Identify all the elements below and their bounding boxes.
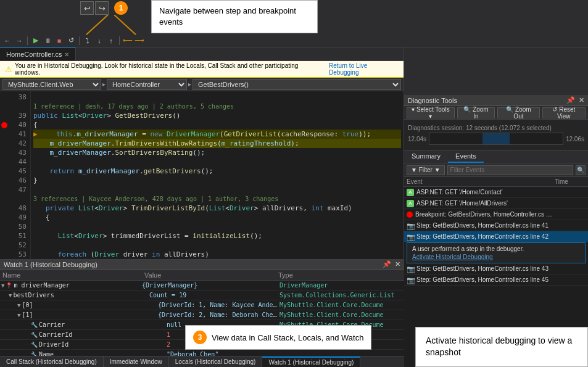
expand-icon-2[interactable]: ▼ [17,302,20,308]
aspnet-icon-2: A [407,200,414,207]
tab-events[interactable]: Events [448,151,484,163]
play-btn[interactable]: ▶ [31,36,41,46]
watch-row-1[interactable]: ▼ [1] {DriverId: 2, Name: Deborah Chen} … [0,310,404,320]
step-over-btn[interactable]: ⤵ [83,36,93,46]
watch-val-3: {DriverId: 2, Name: Deborah Chen} [158,311,280,318]
prop-icon-carrier: 🔧 [31,322,38,328]
watch-name-1: bestDrivers [13,292,54,299]
activate-link-container: Activate Historical Debugging [412,254,580,260]
event-row-aspnet2[interactable]: A ASP.NET: GET '/Home/AllDrivers' [404,198,588,209]
watch-pin-icon[interactable]: 📌 [383,260,391,268]
bp-empty-3 [0,111,9,120]
watch-name-2: [0] [22,302,33,308]
nav-arrows-area: ↩ ↪ [80,1,109,15]
event-row-step1[interactable]: 📷 Step: GetBestDrivers, HomeController.c… [404,220,588,231]
bp-icon [407,212,413,218]
return-live-debug-link[interactable]: Return to Live Debugging [329,62,399,76]
watch-row-0[interactable]: ▼ [0] {DriverId: 1, Name: Kaycee Anderso… [0,300,404,310]
ide-toolbar: ← → ▶ ⏸ ■ ↺ ⤵ ↓ ↑ ⟵ ⟶ [0,34,588,47]
watch-close-icon[interactable]: ✕ [395,260,400,268]
activate-debug-link[interactable]: Activate Historical Debugging [412,254,493,260]
sep3 [119,36,120,45]
expand-icon-1[interactable]: ▼ [9,292,12,299]
event-text-3: Breakpoint: GetBestDrivers, HomeControll… [415,211,552,218]
close-icon[interactable]: ✕ [579,96,584,104]
event-row-step2-selected[interactable]: 📷 Step: GetBestDrivers, HomeController.c… [404,231,588,242]
event-row-aspnet1[interactable]: A ASP.NET: GET '/Home/Contact' [404,187,588,198]
event-text-1: ASP.NET: GET '/Home/Contact' [416,189,552,196]
code-line-52 [33,241,401,250]
hist-back-btn[interactable]: ⟵ [123,36,133,46]
location-sep2: ▸ [188,81,191,88]
diag-panel: Diagnostic Tools 📌 ✕ ▾ Select Tools ▾ 🔍 … [404,95,588,367]
pause-btn[interactable]: ⏸ [43,36,52,46]
event-text-5: Step: GetBestDrivers, HomeController.cs … [416,233,552,240]
timeline-bar[interactable] [429,133,563,145]
code-line-44 [33,157,401,167]
code-line-49: { [33,213,401,222]
pin-icon[interactable]: 📌 [566,96,575,104]
hist-fwd-btn[interactable]: ⟶ [135,36,144,46]
filter-btn[interactable]: ▼ Filter ▼ [407,165,445,175]
expand-icon-0[interactable]: ▼ [1,282,4,289]
code-line-51: List<Driver> trimmedDriverList = initial… [33,231,401,241]
watch-name-name: Name [39,351,54,356]
session-label: Diagnostics session: 12 seconds (12.072 … [408,125,584,131]
tab-callstack[interactable]: Call Stack (Historical Debugging) [0,357,104,367]
tooltip-activate-text: Activate historical debugging to view a … [426,336,572,358]
zoom-in-btn[interactable]: 🔍 Zoom In [457,107,495,118]
zoom-out-btn[interactable]: 🔍 Zoom Out [497,107,540,118]
filter-input[interactable] [447,165,573,175]
code-line-46: } [33,176,401,185]
search-icon[interactable]: 🔍 [576,165,586,175]
camera-icon-1: 📷 [407,222,414,229]
watch-header: Name Value Type [0,270,404,281]
step-forward-button[interactable]: ↪ [95,1,109,15]
tab-locals[interactable]: Locals (Historical Debugging) [169,357,263,367]
editor-tab-homecontroller[interactable]: HomeController.cs ✕ [0,47,76,60]
svg-line-0 [86,15,108,35]
sep2 [79,36,80,45]
event-row-bp[interactable]: Breakpoint: GetBestDrivers, HomeControll… [404,209,588,220]
event-col-header: Event [407,178,555,185]
step-back-button[interactable]: ↩ [80,1,94,15]
tab-immediate[interactable]: Immediate Window [104,357,169,367]
project-dropdown[interactable]: MyShuttle.Client.Web [2,79,101,90]
time-col-header: Time [555,178,586,185]
code-line-40: { [33,120,401,130]
event-text-2: ASP.NET: GET '/Home/AllDrivers' [416,200,552,207]
method-dropdown[interactable]: GetBestDrivers() [193,79,401,90]
watch-title: Watch 1 (Historical Debugging) [4,261,97,268]
bp-empty-1 [0,93,9,102]
prop-icon-carrierid: 🔧 [31,332,38,338]
back-btn[interactable]: ← [2,36,12,46]
tab-close-icon[interactable]: ✕ [64,51,69,58]
stop-btn[interactable]: ■ [54,36,64,46]
tab-watch1[interactable]: Watch 1 (Historical Debugging) [262,357,360,367]
timeline-area: Diagnostics session: 12 seconds (12.072 … [404,120,588,151]
event-row-step3[interactable]: 📷 Step: GetBestDrivers, HomeController.c… [404,263,588,274]
class-dropdown[interactable]: HomeController [107,79,187,90]
fwd-btn[interactable]: → [14,36,24,46]
code-line-38 [33,93,401,102]
diag-titlebar: Diagnostic Tools 📌 ✕ [404,95,588,106]
reset-view-btn[interactable]: ↺ Reset View [542,107,586,118]
watch-row-drivermanager[interactable]: ▼ 📍 m_driverManager {DriverManager} Driv… [0,281,404,291]
watch-row-bestdrivers[interactable]: ▼ bestDrivers Count = 19 System.Collecti… [0,291,404,300]
event-popup: A user performed a step in the debugger.… [407,242,586,263]
expand-icon-3[interactable]: ▼ [17,312,20,318]
code-line-ref2: 3 references | Kaycee Anderson, 428 days… [33,194,401,204]
breakpoint-indicator[interactable] [1,122,7,128]
event-row-step4[interactable]: 📷 Step: GetBestDrivers, HomeController.c… [404,274,588,286]
code-line-ref1: 1 reference | desh, 17 days ago | 2 auth… [33,102,401,111]
select-tools-btn[interactable]: ▾ Select Tools ▾ [407,107,455,118]
timeline-selection [482,133,509,144]
watch-val-name: "Deborah Chen" [167,351,280,356]
tooltip-activate-debug: Activate historical debugging to view a … [415,327,588,367]
restart-btn[interactable]: ↺ [66,36,76,46]
step-out-btn[interactable]: ↑ [106,36,116,46]
watch-row-name[interactable]: 🔧 Name "Deborah Chen" [0,350,404,356]
step-into-btn[interactable]: ↓ [94,36,104,46]
tab-summary[interactable]: Summary [404,151,448,163]
tooltip-navigate-text: Navigate between step and breakpoint eve… [159,6,296,27]
